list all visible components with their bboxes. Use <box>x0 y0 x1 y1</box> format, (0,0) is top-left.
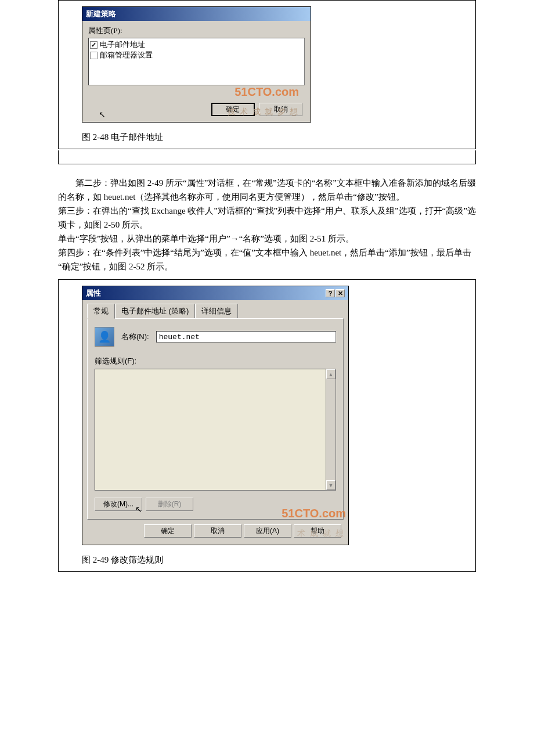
watermark-text: 51CTO.com <box>234 85 299 99</box>
figure-1-box: 新建策略 属性页(P): 电子邮件地址 邮箱管理器设置 <box>58 0 476 149</box>
spacer <box>58 150 476 164</box>
paragraph-step2: 第二步：弹出如图 2-49 所示“属性”对话框，在“常规”选项卡的“名称”文本框… <box>58 176 476 204</box>
dialog-titlebar[interactable]: 新建策略 <box>82 7 311 21</box>
tab-panel-general: 👤 名称(N): 筛选规则(F): ▲ ▼ 修改(M)... <box>87 318 344 520</box>
checkbox-row-mailbox[interactable]: 邮箱管理器设置 <box>90 50 303 60</box>
policy-icon: 👤 <box>95 327 114 347</box>
tab-general[interactable]: 常规 <box>87 304 115 319</box>
dialog-title-text: 属性 <box>86 288 101 298</box>
cancel-button[interactable]: 取消 <box>194 524 241 538</box>
help-titlebar-button[interactable]: ? <box>326 289 335 297</box>
tab-details[interactable]: 详细信息 <box>195 304 238 318</box>
body-text: 第二步：弹出如图 2-49 所示“属性”对话框，在“常规”选项卡的“名称”文本框… <box>0 164 534 279</box>
watermark-subtitle: 技 术 成 就 梦 想 <box>228 107 300 117</box>
filter-rules-textarea[interactable] <box>95 369 326 491</box>
dialog-titlebar[interactable]: 属性 ? ✕ <box>82 286 348 300</box>
property-listbox[interactable]: 电子邮件地址 邮箱管理器设置 <box>88 38 305 85</box>
checkbox-icon[interactable] <box>90 41 98 49</box>
delete-button: 删除(R) <box>146 498 193 511</box>
checkbox-icon[interactable] <box>90 52 98 59</box>
paragraph-step3b: 单击“字段”按钮，从弹出的菜单中选择“用户”→“名称”选项，如图 2-51 所示… <box>58 232 476 246</box>
checkbox-label: 电子邮件地址 <box>100 39 145 50</box>
watermark-text: 51CTO.com <box>282 507 346 520</box>
name-label: 名称(N): <box>121 332 149 342</box>
scroll-down-icon[interactable]: ▼ <box>326 480 335 490</box>
new-policy-dialog: 新建策略 属性页(P): 电子邮件地址 邮箱管理器设置 <box>82 6 311 123</box>
apply-button[interactable]: 应用(A) <box>244 524 291 538</box>
figure-1-caption: 图 2-48 电子邮件地址 <box>59 128 475 149</box>
ok-button[interactable]: 确定 <box>144 524 192 538</box>
name-input[interactable] <box>156 331 336 343</box>
paragraph-step3: 第三步：在弹出的“查找 Exchange 收件人”对话框的“查找”列表中选择“用… <box>58 204 476 232</box>
properties-dialog: 属性 ? ✕ 常规 电子邮件地址 (策略) 详细信息 👤 名称(N): <box>82 286 349 545</box>
watermark-subtitle: 术 成 就 想 <box>297 528 345 539</box>
figure-2-box: 属性 ? ✕ 常规 电子邮件地址 (策略) 详细信息 👤 名称(N): <box>58 279 476 572</box>
figure-2-caption: 图 2-49 修改筛选规则 <box>59 551 475 571</box>
checkbox-row-email[interactable]: 电子邮件地址 <box>90 39 303 50</box>
scrollbar[interactable]: ▲ ▼ <box>326 369 336 491</box>
paragraph-step4: 第四步：在“条件列表”中选择“结尾为”选项，在“值”文本框中输入 heuet.n… <box>58 246 476 273</box>
scroll-up-icon[interactable]: ▲ <box>326 369 335 379</box>
checkbox-label: 邮箱管理器设置 <box>100 50 153 60</box>
tab-strip: 常规 电子邮件地址 (策略) 详细信息 <box>82 300 348 318</box>
close-titlebar-button[interactable]: ✕ <box>335 289 345 297</box>
cursor-icon: ↖ <box>99 110 106 120</box>
property-page-label: 属性页(P): <box>88 26 305 36</box>
filter-rules-label: 筛选规则(F): <box>95 356 336 366</box>
cursor-icon: ↖ <box>135 505 142 514</box>
tab-email-policy[interactable]: 电子邮件地址 (策略) <box>115 304 195 318</box>
